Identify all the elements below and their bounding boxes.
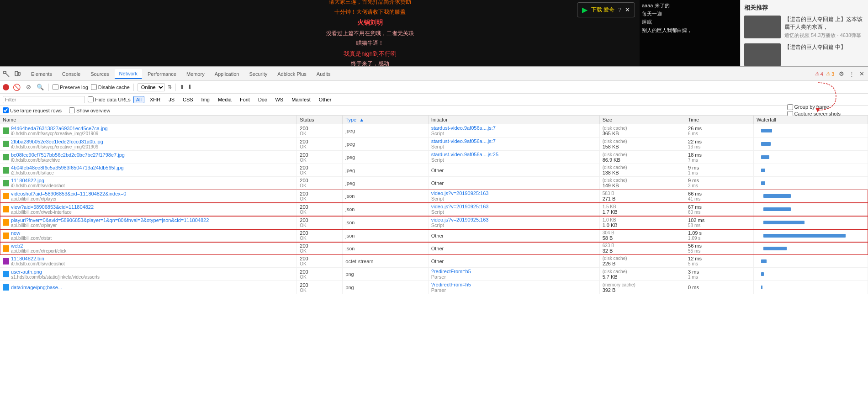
preserve-log-label[interactable]: Preserve log [53,84,88,90]
initiator-link[interactable]: ?redirectFrom=h5 [431,282,471,287]
waterfall-bar [761,272,764,276]
device-toolbar-button[interactable] [13,69,22,79]
show-overview-checkbox[interactable] [69,107,75,113]
tab-console[interactable]: Console [58,69,85,79]
tab-application[interactable]: Application [210,69,244,79]
cell-waterfall [754,164,868,177]
hide-data-urls-label[interactable]: Hide data URLs [88,96,131,102]
filter-media-button[interactable]: Media [215,96,234,103]
cell-size: 583 B271 B [599,190,685,203]
filter-button[interactable]: ⊘ [24,83,33,92]
cell-size: 1.0 KB1.0 KB [599,216,685,229]
show-overview-text: Show overview [76,108,110,113]
table-row[interactable]: 94d64beda76313827a69301ec45ce7ca.jpg i0.… [0,124,868,138]
tab-audits[interactable]: Audits [312,69,335,79]
time-sub: 60 ms [688,210,751,215]
group-by-frame-checkbox[interactable] [787,104,793,110]
table-row[interactable]: data:image/png;base... 200OKpng?redirect… [0,281,868,294]
clear-button[interactable]: 🚫 [12,83,21,92]
size-from: 583 B [603,191,682,196]
status-code: 200 [300,139,308,144]
svg-line-1 [6,74,9,77]
filter-all-button[interactable]: All [133,96,144,103]
disable-cache-text: Disable cache [98,85,130,90]
large-request-rows-checkbox[interactable] [3,107,9,113]
time-sub: 1.09 s [688,236,751,241]
export-button[interactable]: ⬇ [187,84,192,90]
related-item-1[interactable]: 【进击的巨人夺回篇 上】这本该属于人类的东西， 追忆的视频 54.3万播放 · … [744,16,864,39]
resource-sub: api.bilibili.com/x/report/click [11,249,66,254]
download-popup[interactable]: ▶ 下载 爱奇 ? ✕ [577,2,635,17]
filter-css-button[interactable]: CSS [180,96,196,103]
header-name[interactable]: Name [0,116,297,124]
cell-type: json [343,190,428,203]
initiator-link[interactable]: video.js?v=20190925:163 [431,204,489,209]
header-type[interactable]: Type ▲ [343,116,428,124]
table-row[interactable]: playurl?fnver=0&avid=58906853&player=1&q… [0,216,868,229]
initiator-link[interactable]: stardust-video.9af056a....js:7 [431,125,496,131]
record-button[interactable] [3,84,9,90]
filter-ws-button[interactable]: WS [272,96,286,103]
group-by-frame-label[interactable]: Group by frame [787,104,841,110]
table-row[interactable]: videoshot?aid=58906853&cid=111804822&ind… [0,190,868,203]
close-devtools-button[interactable]: ✕ [857,69,866,79]
initiator-link[interactable]: stardust-video.9af056a....js:25 [431,152,498,157]
tab-sources[interactable]: Sources [86,69,113,79]
disable-cache-label[interactable]: Disable cache [91,84,130,90]
header-initiator[interactable]: Initiator [428,116,599,124]
resource-icon [3,193,9,199]
throttle-arrows[interactable]: ⇅ [168,84,172,90]
large-request-rows-label[interactable]: Use large request rows [3,107,62,113]
table-row[interactable]: view?aid=58906853&cid=111804822 api.bili… [0,203,868,216]
search-button[interactable]: 🔍 [36,83,45,92]
table-row[interactable]: 2fbba289b052e3ec1fede2fcccd31a0b.jpg i0.… [0,138,868,151]
table-row[interactable]: 111804822.jpg i0.hdslb.com/bfs/videoshot… [0,177,868,190]
cell-waterfall [754,138,868,151]
settings-button[interactable]: ⚙ [837,69,846,79]
initiator-link[interactable]: video.js?v=20190925:163 [431,190,489,196]
disable-cache-checkbox[interactable] [91,84,97,90]
hide-data-urls-text: Hide data URLs [95,97,131,102]
popup-close-button[interactable]: ✕ [625,6,630,13]
filter-input[interactable] [3,96,85,103]
tab-security[interactable]: Security [244,69,272,79]
table-row[interactable]: web2 api.bilibili.com/x/report/click 200… [0,242,868,255]
hide-data-urls-checkbox[interactable] [88,96,94,102]
table-row[interactable]: now api.bilibili.com/x/stat 200OKjsonOth… [0,229,868,242]
filter-font-button[interactable]: Font [237,96,253,103]
tab-network[interactable]: Network [115,69,142,79]
filter-xhr-button[interactable]: XHR [147,96,163,103]
header-size[interactable]: Size [599,116,685,124]
filter-manifest-button[interactable]: Manifest [289,96,313,103]
status-text: OK [300,288,339,293]
throttling-select[interactable]: Online [138,83,165,91]
resource-icon [3,219,9,226]
related-title-1: 【进击的巨人夺回篇 上】这本该属于人类的东西， [784,16,864,31]
initiator-link[interactable]: ?redirectFrom=h5 [431,269,471,274]
related-item-2[interactable]: 【进击的巨人夺回篇 中】 [744,43,864,66]
filter-doc-button[interactable]: Doc [255,96,270,103]
network-table-container[interactable]: Name Status Type ▲ Initiator Size Time W… [0,116,868,402]
filter-img-button[interactable]: Img [199,96,212,103]
more-options-button[interactable]: ⋮ [847,69,856,79]
initiator-link[interactable]: stardust-video.9af056a....js:7 [431,138,496,144]
table-row[interactable]: 4b04feb48ee8f6c5a35983f6504713a24fdb565f… [0,164,868,177]
size-from: (disk cache) [603,126,682,131]
tab-elements[interactable]: Elements [26,69,57,79]
import-button[interactable]: ⬆ [180,84,185,90]
filter-other-button[interactable]: Other [316,96,334,103]
tab-memory[interactable]: Memory [182,69,209,79]
tab-performance[interactable]: Performance [143,69,181,79]
inspect-element-button[interactable] [2,69,11,79]
initiator-link[interactable]: video.js?v=20190925:163 [431,217,489,222]
table-row[interactable]: 111804822.bin i0.hdslb.com/bfs/videoshot… [0,255,868,268]
table-row[interactable]: user-auth.png s1.hdslb.com/bfs/static/ji… [0,268,868,281]
table-row[interactable]: bc08fce90cf7517bb56c2bd2c0bc7bc27f1798e7… [0,151,868,164]
filter-js-button[interactable]: JS [166,96,177,103]
preserve-log-checkbox[interactable] [53,84,58,90]
header-status[interactable]: Status [297,116,343,124]
header-waterfall[interactable]: Waterfall [754,116,868,124]
header-time[interactable]: Time [685,116,754,124]
show-overview-label[interactable]: Show overview [69,107,110,113]
tab-adblock[interactable]: Adblock Plus [273,69,311,79]
